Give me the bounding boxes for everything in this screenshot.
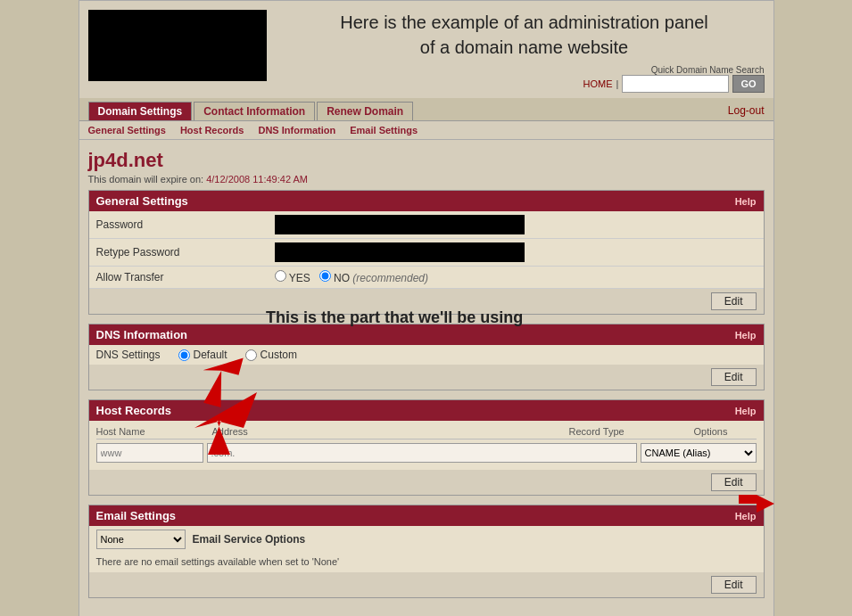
- quick-search-input[interactable]: [622, 75, 729, 93]
- go-button[interactable]: GO: [732, 75, 764, 93]
- email-settings-footer: Edit: [89, 572, 764, 597]
- dns-header: DNS Information Help: [89, 324, 764, 345]
- tab-renew-domain[interactable]: Renew Domain: [317, 102, 413, 120]
- sub-nav-general-settings[interactable]: General Settings: [88, 125, 166, 136]
- dns-footer: Edit: [89, 365, 764, 390]
- email-type-select[interactable]: None: [96, 530, 186, 549]
- radio-group: YES NO (recommended): [275, 270, 757, 284]
- header-right: Here is the example of an administration…: [267, 10, 765, 93]
- retype-password-value: [275, 242, 757, 262]
- host-records-table: Host Name Address Record Type Options CN…: [89, 421, 764, 470]
- home-link[interactable]: HOME: [583, 78, 613, 89]
- host-records-header-row: Host Name Address Record Type Options: [96, 424, 757, 439]
- col-host-name: Host Name: [96, 426, 212, 437]
- domain-expiry: This domain will expire on: 4/12/2008 11…: [88, 174, 765, 185]
- terms-area: Terms and conditions: [79, 607, 773, 616]
- host-records-footer: Edit: [89, 470, 764, 495]
- general-settings-title: General Settings: [96, 194, 188, 208]
- general-settings-body: Password Retype Password Allow Transfer: [89, 211, 764, 289]
- email-note: There are no email settings available wh…: [89, 553, 764, 572]
- dns-body: DNS Settings Default Custom: [89, 345, 764, 365]
- radio-yes[interactable]: [275, 270, 286, 282]
- nav-tabs-left: Domain Settings Contact Information Rene…: [88, 102, 414, 120]
- header-title: Here is the example of an administration…: [285, 10, 765, 60]
- host-address-input[interactable]: [207, 443, 637, 463]
- dns-help[interactable]: Help: [735, 330, 757, 341]
- email-settings-header: Email Settings Help: [89, 505, 764, 526]
- dns-edit-button[interactable]: Edit: [711, 368, 757, 386]
- dns-information-section: DNS Information Help DNS Settings Defaul…: [88, 324, 765, 390]
- sub-nav-dns-information[interactable]: DNS Information: [258, 125, 335, 136]
- dns-title: DNS Information: [96, 328, 188, 341]
- sub-nav-host-records[interactable]: Host Records: [180, 125, 244, 136]
- password-label: Password: [96, 218, 275, 231]
- quick-search-bar: HOME | GO: [285, 75, 765, 93]
- quick-search-area: Quick Domain Name Search: [285, 65, 765, 75]
- email-settings-body: None Email Service Options There are no …: [89, 526, 764, 572]
- quick-search-label: Quick Domain Name Search: [651, 65, 765, 75]
- host-records-section: Host Records Help Host Name Address Reco…: [88, 399, 765, 496]
- email-settings-title: Email Settings: [96, 509, 177, 522]
- password-value: [275, 215, 757, 234]
- retype-password-row: Retype Password: [89, 239, 764, 267]
- email-service-options-label: Email Service Options: [193, 533, 306, 546]
- retype-password-box: [275, 242, 525, 262]
- dns-default-label[interactable]: Default: [178, 349, 227, 361]
- radio-no-label[interactable]: NO (recommended): [319, 270, 428, 284]
- general-settings-footer: Edit: [89, 289, 764, 314]
- record-type-select[interactable]: CNAME (Alias) A (Address) MX (Mail): [641, 443, 757, 463]
- host-records-body: Host Name Address Record Type Options CN…: [89, 421, 764, 470]
- host-records-edit-button[interactable]: Edit: [711, 473, 757, 491]
- email-service-row: None Email Service Options: [89, 526, 764, 553]
- col-record-type: Record Type: [569, 426, 694, 437]
- host-records-header: Host Records Help: [89, 400, 764, 421]
- dns-custom-label[interactable]: Custom: [245, 349, 297, 361]
- dns-settings-row: DNS Settings Default Custom: [89, 345, 764, 365]
- col-address: Address: [212, 426, 569, 437]
- sub-nav: General Settings Host Records DNS Inform…: [79, 121, 773, 140]
- email-settings-help[interactable]: Help: [735, 511, 757, 522]
- host-records-help[interactable]: Help: [735, 406, 757, 416]
- host-record-row: CNAME (Alias) A (Address) MX (Mail): [96, 439, 757, 466]
- email-settings-edit-button[interactable]: Edit: [711, 576, 757, 594]
- dns-settings-label: DNS Settings: [96, 349, 161, 361]
- host-name-input[interactable]: [96, 443, 203, 463]
- general-settings-section: General Settings Help Password Retype Pa…: [88, 190, 765, 315]
- domain-title-area: jp4d.net This domain will expire on: 4/1…: [79, 140, 773, 190]
- allow-transfer-value: YES NO (recommended): [275, 270, 757, 284]
- allow-transfer-row: Allow Transfer YES NO (recommended): [89, 267, 764, 289]
- expiry-date-link[interactable]: 4/12/2008 11:49:42 AM: [206, 174, 308, 185]
- col-options: Options: [694, 426, 757, 437]
- logout-link[interactable]: Log-out: [728, 104, 765, 120]
- email-settings-section: Email Settings Help None Email Service O…: [88, 505, 765, 598]
- sub-nav-email-settings[interactable]: Email Settings: [350, 125, 418, 136]
- general-settings-header: General Settings Help: [89, 191, 764, 211]
- password-box: [275, 215, 525, 234]
- tab-contact-information[interactable]: Contact Information: [194, 102, 315, 120]
- tab-domain-settings[interactable]: Domain Settings: [88, 102, 193, 120]
- host-records-title: Host Records: [96, 404, 172, 417]
- password-row: Password: [89, 211, 764, 239]
- radio-yes-label[interactable]: YES: [275, 270, 310, 284]
- dns-custom-radio[interactable]: [245, 349, 257, 361]
- logo: [88, 10, 267, 81]
- general-settings-edit-button[interactable]: Edit: [711, 292, 757, 310]
- nav-tabs: Domain Settings Contact Information Rene…: [79, 98, 773, 121]
- dns-default-radio[interactable]: [178, 349, 190, 361]
- radio-no[interactable]: [319, 270, 331, 282]
- domain-name: jp4d.net: [88, 149, 765, 172]
- allow-transfer-label: Allow Transfer: [96, 271, 275, 283]
- header: Here is the example of an administration…: [79, 1, 773, 98]
- general-settings-help[interactable]: Help: [735, 196, 757, 207]
- retype-password-label: Retype Password: [96, 246, 275, 259]
